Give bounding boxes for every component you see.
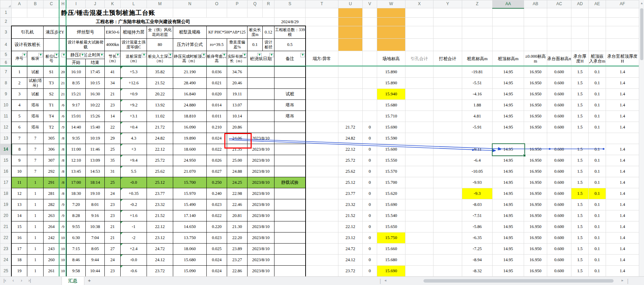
tab-huizong[interactable]: 汇总	[62, 277, 84, 285]
prev-sheet-icon[interactable]: ‹	[12, 278, 14, 283]
trace-dot	[499, 148, 501, 150]
tab-scroll-divider: |	[627, 278, 628, 284]
trace-dot	[603, 148, 604, 150]
trace-dot	[549, 148, 550, 150]
vertical-scroll-thumb[interactable]	[640, 8, 643, 60]
scroll-right-icon[interactable]: ▸	[622, 278, 624, 283]
vertical-scrollbar[interactable]: ▲	[639, 0, 644, 276]
scroll-up-icon[interactable]: ▲	[639, 1, 644, 5]
add-sheet-icon[interactable]: +	[88, 277, 91, 283]
horizontal-scroll-thumb[interactable]	[423, 279, 614, 283]
spreadsheet-window: ABCHIJKLMNOPQRSTUVWXYZAAABACADAEAF 1 静压/…	[0, 0, 644, 285]
scroll-left-icon[interactable]: ◂	[384, 278, 386, 283]
sheet-tab-bar: |‹ ‹ › ›| 汇总 + | ◂ ▸ |	[0, 276, 644, 285]
trace-line	[229, 139, 501, 149]
trace-dot	[472, 149, 474, 151]
first-sheet-icon[interactable]: |‹	[3, 278, 6, 283]
tab-scroll-divider: |	[380, 278, 381, 284]
last-sheet-icon[interactable]: ›|	[28, 278, 31, 283]
next-sheet-icon[interactable]: ›	[21, 278, 22, 283]
trace-line	[229, 140, 496, 151]
trace-arrows	[0, 0, 639, 276]
